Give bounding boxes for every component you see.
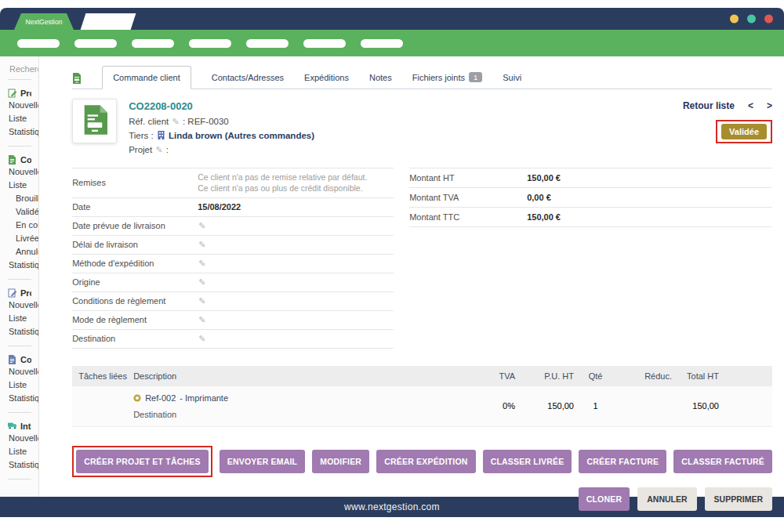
sidebar-item-statistiques[interactable]: Statistiques (8, 258, 31, 271)
tab-contacts-adresses[interactable]: Contacts/Adresses (212, 67, 284, 89)
sidebar-item-liste[interactable]: Liste (8, 178, 31, 191)
total-value: 150,00 € (527, 173, 561, 183)
tab-suivi[interactable]: Suivi (503, 67, 521, 89)
divider (8, 279, 31, 280)
annuler-button[interactable]: ANNULER (637, 487, 696, 511)
hint-line: Ce client n'a pas de remise relative par… (198, 172, 394, 183)
nav-item-redacted[interactable] (74, 39, 117, 48)
nav-item-redacted[interactable] (246, 39, 289, 48)
sidebar-item-liste[interactable]: Liste (8, 311, 31, 324)
destination-label: Destination (133, 410, 472, 419)
close-button[interactable] (764, 15, 773, 24)
order-totals: Montant HT 150,00 € Montant TVA 0,00 € M… (409, 168, 772, 227)
edit-pencil-icon[interactable]: ✎ (198, 315, 206, 324)
order-fields: Remises Ce client n'a pas de remise rela… (72, 168, 394, 349)
sidebar-item-liste[interactable]: Liste (8, 378, 31, 391)
sidebar-item-nouvelle-commande[interactable]: Nouvelle commande (8, 165, 31, 178)
sidebar-item-en-cours[interactable]: En cours (8, 218, 31, 231)
sidebar-section-demandes-prix[interactable]: Propositions comme... (8, 288, 31, 298)
nav-item-redacted[interactable] (189, 39, 231, 48)
edit-pencil-icon[interactable]: ✎ (154, 145, 163, 154)
order-projet-line: Projet ✎ : (129, 143, 314, 157)
creer-projet-et-taches-button[interactable]: CRÉER PROJET ET TÂCHES (76, 450, 209, 473)
field-value: 15/08/2022 (198, 202, 394, 212)
product-link[interactable]: Ref-002 - Imprimante (133, 393, 472, 403)
search-select[interactable]: Rechercher ▾ (8, 61, 31, 80)
ref-client-value: REF-0030 (187, 117, 228, 126)
chevron-left-icon[interactable]: < (748, 100, 753, 111)
divider (8, 346, 31, 346)
classer-livree-button[interactable]: CLASSER LIVRÉE (483, 450, 572, 473)
sidebar-item-statistiques[interactable]: Statistiques (8, 458, 31, 471)
redacted-tab[interactable] (81, 13, 136, 30)
sidebar-item-brouillon[interactable]: Brouillon (8, 191, 31, 204)
sidebar-item-liste[interactable]: Liste (8, 111, 31, 125)
field-row-remises: Remises Ce client n'a pas de remise rela… (72, 168, 394, 198)
classer-facture-button[interactable]: CLASSER FACTURÉ (673, 450, 772, 473)
chevron-right-icon[interactable]: > (767, 100, 772, 111)
tab-bar: Commande client Contacts/Adresses Expédi… (72, 66, 772, 89)
footer-url: www.nextgestion.com (344, 501, 440, 512)
edit-pencil-icon[interactable]: ✎ (198, 259, 206, 268)
creer-expedition-button[interactable]: CRÉER EXPÉDITION (376, 450, 475, 473)
nav-item-redacted[interactable] (361, 39, 403, 48)
sidebar-item-liste[interactable]: Liste (8, 444, 31, 458)
sidebar-item-validee[interactable]: Validée (8, 204, 31, 218)
supprimer-button[interactable]: SUPPRIMER (705, 487, 772, 511)
nav-item-redacted[interactable] (303, 39, 346, 48)
brand-tab[interactable]: NextGestion (14, 13, 74, 30)
minimize-button[interactable] (730, 15, 739, 24)
sidebar-item-annulee[interactable]: Annulée (8, 244, 31, 258)
edit-pencil-icon[interactable]: ✎ (198, 221, 206, 230)
nav-item-redacted[interactable] (132, 39, 174, 48)
cell-tva: 0% (472, 401, 515, 411)
sidebar-item-nouvelle-intervention[interactable]: Nouvelle intervention (8, 431, 31, 444)
edit-pencil-icon[interactable]: ✎ (198, 277, 206, 287)
edit-pencil-icon[interactable]: ✎ (198, 240, 206, 249)
nav-item-redacted[interactable] (17, 39, 60, 48)
tiers-link[interactable]: Linda brown (Autres commandes) (169, 131, 314, 140)
maximize-button[interactable] (747, 15, 756, 24)
sidebar-item-statistiques[interactable]: Statistiques (8, 324, 31, 338)
retour-liste-link[interactable]: Retour liste (683, 100, 735, 111)
sidebar-section-commandes-fournisseurs[interactable]: Commandes fournis... (8, 355, 31, 364)
sidebar-section-commandes[interactable]: Commandes (8, 155, 31, 165)
order-meta: CO2208-0020 Réf. client ✎ : REF-0030 Tie… (129, 99, 314, 157)
order-header: CO2208-0020 Réf. client ✎ : REF-0030 Tie… (72, 99, 772, 157)
cell-qte: 1 (574, 401, 617, 411)
sidebar-section-propositions[interactable]: Propositions comme... (8, 89, 31, 98)
table-header: Tâches liées Description TVA P.U. HT Qté… (72, 366, 772, 386)
truck-icon (8, 422, 17, 431)
sidebar-item-nouvelle-commande[interactable]: Nouvelle commande (8, 364, 31, 378)
brand-label: NextGestion (26, 18, 63, 26)
field-label: Conditions de règlement (72, 296, 198, 306)
sidebar-section-label: Propositions comme... (20, 89, 31, 98)
edit-pencil-icon[interactable]: ✎ (198, 296, 206, 306)
tab-commande-client[interactable]: Commande client (102, 66, 191, 89)
tab-expeditions[interactable]: Expéditions (304, 67, 349, 89)
main-nav (0, 30, 784, 56)
field-row-destination: Destination ✎ (72, 330, 394, 349)
tab-fichiers-joints[interactable]: Fichiers joints 1 (412, 66, 483, 89)
tab-notes[interactable]: Notes (369, 67, 392, 89)
sidebar-item-statistiques[interactable]: Statistiques (8, 125, 31, 138)
sidebar-item-livree[interactable]: Livrée (8, 231, 31, 244)
field-row-origine: Origine ✎ (72, 273, 394, 292)
sidebar-item-nouvelle-proposition[interactable]: Nouvelle proposition (8, 98, 31, 111)
product-name: - Imprimante (180, 393, 228, 403)
divider (8, 479, 31, 480)
list-navigation: Retour liste < > (683, 99, 772, 111)
sidebar-section-interventions[interactable]: Interventions (8, 422, 31, 431)
cloner-button[interactable]: CLONER (579, 487, 630, 511)
creer-facture-button[interactable]: CRÉER FACTURE (579, 450, 666, 473)
sidebar-item-statistiques[interactable]: Statistiques (8, 391, 31, 404)
tab-label: Suivi (503, 73, 521, 82)
sidebar-item-nouvelle-demande-de-prix[interactable]: Nouvelle demande de prix (8, 298, 31, 311)
edit-pencil-icon[interactable]: ✎ (198, 334, 206, 343)
edit-pencil-icon[interactable]: ✎ (172, 117, 180, 126)
sidebar-section-label: Propositions comme... (20, 288, 31, 298)
title-bar: NextGestion (0, 8, 784, 30)
modifier-button[interactable]: MODIFIER (312, 450, 369, 473)
envoyer-email-button[interactable]: ENVOYER EMAIL (220, 450, 306, 473)
window-controls (730, 15, 773, 24)
